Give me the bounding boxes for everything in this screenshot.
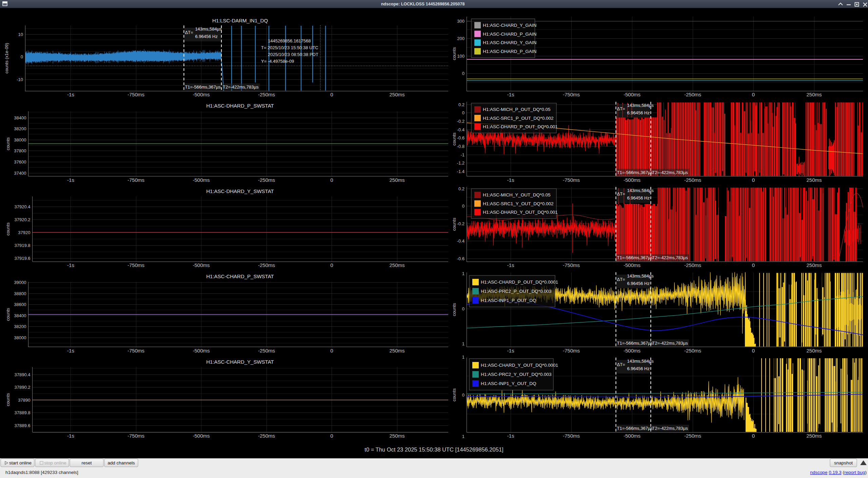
svg-text:0: 0 [752,433,755,439]
svg-text:H1:ASC-DHARD_P_GAIN: H1:ASC-DHARD_P_GAIN [483,49,536,54]
svg-text:39000: 39000 [14,280,26,285]
svg-text:0: 0 [330,433,333,439]
svg-text:-1s: -1s [507,433,514,439]
svg-text:143ms,584µs: 143ms,584µs [627,188,654,193]
svg-text:38800: 38800 [14,291,26,296]
svg-text:stop online: stop online [44,460,66,465]
svg-text:1: 1 [462,355,465,360]
svg-text:0: 0 [21,54,23,59]
svg-text:-250ms: -250ms [684,92,701,97]
svg-text:38400: 38400 [14,115,26,120]
svg-text:H1:ASC-DHARD_Y_GAIN: H1:ASC-DHARD_Y_GAIN [483,40,536,45]
svg-text:37889.6: 37889.6 [15,423,31,428]
svg-text:-250ms: -250ms [258,433,275,439]
svg-text:-750ms: -750ms [563,433,580,439]
svg-text:H1:ASC-CHARD_P_OUT_DQ*0.0001: H1:ASC-CHARD_P_OUT_DQ*0.0001 [481,280,558,285]
svg-text:-1s: -1s [67,177,74,183]
svg-text:143ms,584µs: 143ms,584µs [195,26,222,32]
svg-text:0: 0 [330,348,333,353]
svg-text:100: 100 [457,54,465,59]
svg-text:1: 1 [462,271,465,276]
svg-text:-500ms: -500ms [193,348,210,353]
svg-text:counts: counts [5,137,11,150]
svg-text:H1:ASC-PRC2_Y_OUT_DQ*0.003: H1:ASC-PRC2_Y_OUT_DQ*0.003 [481,372,552,377]
svg-text:-750ms: -750ms [127,92,144,97]
svg-text:-1s: -1s [67,92,74,97]
svg-text:-0.2: -0.2 [457,119,465,124]
svg-text:counts: counts [5,222,11,235]
svg-text:ΔT=: ΔT= [617,106,625,111]
svg-text:H1:ASC-SRC1_P_OUT_DQ*0.002: H1:ASC-SRC1_P_OUT_DQ*0.002 [483,116,554,121]
svg-text:ΔT=: ΔT= [617,362,625,367]
svg-text:add channels: add channels [107,460,135,465]
svg-text:-500ms: -500ms [193,262,210,268]
svg-text:-750ms: -750ms [127,177,144,183]
svg-text:-250ms: -250ms [684,262,701,268]
svg-text:250ms: 250ms [806,177,822,183]
svg-text:-500ms: -500ms [624,262,640,268]
svg-text:37890.2: 37890.2 [15,385,31,390]
svg-text:-500ms: -500ms [624,92,640,97]
svg-text:H1:ASC-DHARD_Y_SWSTAT: H1:ASC-DHARD_Y_SWSTAT [206,188,274,194]
svg-text:-750ms: -750ms [563,348,580,353]
svg-text:38000: 38000 [14,335,26,340]
svg-text:H1:ASC-DHARD_P_OUT_DQ*0.001: H1:ASC-DHARD_P_OUT_DQ*0.001 [483,124,558,129]
svg-text:-250ms: -250ms [684,348,701,353]
svg-text:counts: counts [452,303,457,316]
svg-text:-500ms: -500ms [193,433,210,439]
svg-text:-0.6: -0.6 [457,135,465,140]
svg-text:t0 = Thu Oct 23 2025 15:50:38: t0 = Thu Oct 23 2025 15:50:38 UTC [14452… [364,446,503,453]
svg-text:0: 0 [752,262,755,268]
svg-text:T2=-422ms,783µs: T2=-422ms,783µs [652,426,688,431]
svg-text:ΔT=: ΔT= [617,277,625,282]
svg-text:0: 0 [752,177,755,183]
svg-text:1445269856.1617568: 1445269856.1617568 [268,38,311,43]
svg-text:37800: 37800 [14,148,26,153]
svg-text:37919.6: 37919.6 [15,256,31,261]
svg-text:-1s: -1s [67,348,74,353]
svg-text:H1:ASC-CHARD_P_SWSTAT: H1:ASC-CHARD_P_SWSTAT [206,273,274,279]
svg-text:reset: reset [81,460,92,465]
svg-text:T1=-566ms,367µs: T1=-566ms,367µs [617,426,653,431]
svg-text:T1=-566ms,367µs: T1=-566ms,367µs [185,84,221,90]
svg-text:-1s: -1s [507,262,514,268]
svg-text:37600: 37600 [14,159,26,165]
svg-text:1: 1 [462,341,465,346]
svg-text:-1: -1 [460,152,465,157]
svg-text:-1s: -1s [67,433,74,439]
svg-text:143ms,584µs: 143ms,584µs [627,359,654,364]
svg-text:-500ms: -500ms [193,92,210,97]
svg-text:-1s: -1s [507,348,514,353]
svg-text:T2=-422ms,783µs: T2=-422ms,783µs [652,341,688,346]
svg-text:-1.4: -1.4 [457,169,465,174]
svg-text:6.96456 Hz: 6.96456 Hz [627,366,650,371]
svg-text:250ms: 250ms [806,92,822,97]
svg-text:250ms: 250ms [389,177,405,183]
svg-text:H1:ASC-CHARD_Y_SWSTAT: H1:ASC-CHARD_Y_SWSTAT [206,359,274,365]
svg-text:-500ms: -500ms [624,177,640,183]
svg-text:counts: counts [452,132,457,146]
svg-text:-250ms: -250ms [258,348,275,353]
svg-text:0: 0 [330,92,333,97]
svg-text:counts (x1e-09): counts (x1e-09) [4,43,9,73]
svg-text:6.96456 Hz: 6.96456 Hz [195,34,218,39]
svg-text:-1s: -1s [67,262,74,268]
svg-text:0: 0 [462,204,465,209]
svg-text:-250ms: -250ms [684,433,701,439]
svg-text:-750ms: -750ms [127,348,144,353]
svg-text:6.96456 Hz: 6.96456 Hz [627,110,650,115]
svg-text:H1:ASC-CHARD_Y_GAIN: H1:ASC-CHARD_Y_GAIN [483,23,536,28]
svg-text:H1:ASC-INP1_Y_OUT_DQ: H1:ASC-INP1_Y_OUT_DQ [481,381,536,386]
svg-text:-750ms: -750ms [563,262,580,268]
svg-text:0: 0 [462,393,465,398]
svg-text:-500ms: -500ms [624,433,640,439]
svg-text:38600: 38600 [14,302,26,307]
svg-text:-0.6: -0.6 [457,256,465,261]
svg-text:T1=-566ms,367µs: T1=-566ms,367µs [617,255,653,260]
svg-text:-750ms: -750ms [563,177,580,183]
svg-text:H1:ASC-SRC1_Y_OUT_DQ*0.002: H1:ASC-SRC1_Y_OUT_DQ*0.002 [483,201,554,206]
svg-text:250ms: 250ms [389,92,405,97]
svg-text:-0.4: -0.4 [457,127,465,132]
svg-text:38200: 38200 [14,126,26,131]
svg-text:T= 2025/10/23 15:50:38 UTC: T= 2025/10/23 15:50:38 UTC [261,45,318,50]
